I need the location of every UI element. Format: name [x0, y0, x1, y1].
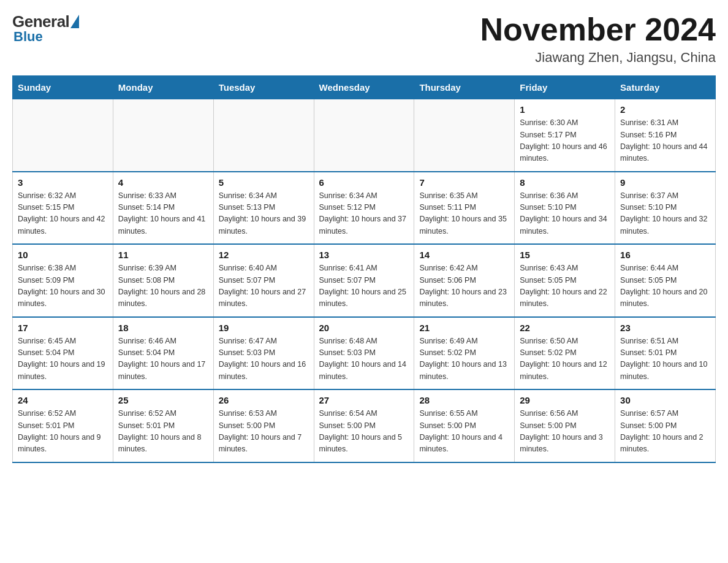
calendar-cell: 6Sunrise: 6:34 AM Sunset: 5:12 PM Daylig… [314, 172, 414, 245]
day-info: Sunrise: 6:54 AM Sunset: 5:00 PM Dayligh… [319, 408, 409, 456]
day-info: Sunrise: 6:50 AM Sunset: 5:02 PM Dayligh… [520, 335, 610, 383]
day-info: Sunrise: 6:33 AM Sunset: 5:14 PM Dayligh… [118, 190, 208, 238]
page-header: General Blue November 2024 Jiawang Zhen,… [12, 12, 716, 66]
day-info: Sunrise: 6:31 AM Sunset: 5:16 PM Dayligh… [620, 117, 710, 165]
day-number: 17 [18, 323, 108, 333]
day-info: Sunrise: 6:44 AM Sunset: 5:05 PM Dayligh… [620, 262, 710, 310]
day-info: Sunrise: 6:39 AM Sunset: 5:08 PM Dayligh… [118, 262, 208, 310]
day-info: Sunrise: 6:42 AM Sunset: 5:06 PM Dayligh… [419, 262, 509, 310]
day-info: Sunrise: 6:56 AM Sunset: 5:00 PM Dayligh… [520, 408, 610, 456]
day-info: Sunrise: 6:51 AM Sunset: 5:01 PM Dayligh… [620, 335, 710, 383]
calendar-cell: 12Sunrise: 6:40 AM Sunset: 5:07 PM Dayli… [213, 244, 314, 317]
calendar-cell: 4Sunrise: 6:33 AM Sunset: 5:14 PM Daylig… [113, 172, 213, 245]
day-info: Sunrise: 6:47 AM Sunset: 5:03 PM Dayligh… [219, 335, 309, 383]
title-area: November 2024 Jiawang Zhen, Jiangsu, Chi… [480, 12, 716, 66]
day-number: 14 [419, 250, 509, 260]
calendar-cell: 20Sunrise: 6:48 AM Sunset: 5:03 PM Dayli… [314, 317, 414, 390]
logo-blue-text: Blue [13, 29, 43, 45]
day-number: 26 [219, 395, 309, 405]
day-number: 25 [118, 395, 208, 405]
calendar-cell: 3Sunrise: 6:32 AM Sunset: 5:15 PM Daylig… [13, 172, 113, 245]
calendar-cell: 9Sunrise: 6:37 AM Sunset: 5:10 PM Daylig… [615, 172, 716, 245]
day-number: 11 [118, 250, 208, 260]
day-number: 21 [419, 323, 509, 333]
day-number: 2 [620, 104, 710, 115]
calendar-cell: 18Sunrise: 6:46 AM Sunset: 5:04 PM Dayli… [113, 317, 213, 390]
calendar-cell: 11Sunrise: 6:39 AM Sunset: 5:08 PM Dayli… [113, 244, 213, 317]
day-info: Sunrise: 6:45 AM Sunset: 5:04 PM Dayligh… [18, 335, 108, 383]
calendar-cell [13, 99, 113, 172]
calendar-cell: 2Sunrise: 6:31 AM Sunset: 5:16 PM Daylig… [615, 99, 716, 172]
day-info: Sunrise: 6:46 AM Sunset: 5:04 PM Dayligh… [118, 335, 208, 383]
day-number: 28 [419, 395, 509, 405]
calendar-cell [213, 99, 314, 172]
day-info: Sunrise: 6:37 AM Sunset: 5:10 PM Dayligh… [620, 190, 710, 238]
day-number: 24 [18, 395, 108, 405]
day-info: Sunrise: 6:35 AM Sunset: 5:11 PM Dayligh… [419, 190, 509, 238]
day-number: 6 [319, 177, 409, 188]
logo-triangle-icon [70, 15, 79, 28]
calendar-cell: 27Sunrise: 6:54 AM Sunset: 5:00 PM Dayli… [314, 389, 414, 462]
day-number: 3 [18, 177, 108, 188]
calendar-table: SundayMondayTuesdayWednesdayThursdayFrid… [12, 75, 716, 463]
calendar-cell: 8Sunrise: 6:36 AM Sunset: 5:10 PM Daylig… [515, 172, 615, 245]
weekday-header-tuesday: Tuesday [213, 76, 314, 99]
weekday-header-saturday: Saturday [615, 76, 716, 99]
calendar-title: November 2024 [480, 12, 716, 47]
day-number: 18 [118, 323, 208, 333]
day-number: 12 [219, 250, 309, 260]
day-number: 8 [520, 177, 610, 188]
day-number: 10 [18, 250, 108, 260]
logo: General Blue [12, 12, 79, 45]
day-number: 15 [520, 250, 610, 260]
weekday-header-wednesday: Wednesday [314, 76, 414, 99]
calendar-cell: 25Sunrise: 6:52 AM Sunset: 5:01 PM Dayli… [113, 389, 213, 462]
calendar-cell: 22Sunrise: 6:50 AM Sunset: 5:02 PM Dayli… [515, 317, 615, 390]
day-number: 19 [219, 323, 309, 333]
day-number: 30 [620, 395, 710, 405]
weekday-header-monday: Monday [113, 76, 213, 99]
day-info: Sunrise: 6:36 AM Sunset: 5:10 PM Dayligh… [520, 190, 610, 238]
day-number: 29 [520, 395, 610, 405]
calendar-cell: 7Sunrise: 6:35 AM Sunset: 5:11 PM Daylig… [414, 172, 515, 245]
day-info: Sunrise: 6:32 AM Sunset: 5:15 PM Dayligh… [18, 190, 108, 238]
day-number: 22 [520, 323, 610, 333]
calendar-cell: 26Sunrise: 6:53 AM Sunset: 5:00 PM Dayli… [213, 389, 314, 462]
day-number: 13 [319, 250, 409, 260]
calendar-cell: 10Sunrise: 6:38 AM Sunset: 5:09 PM Dayli… [13, 244, 113, 317]
calendar-cell: 16Sunrise: 6:44 AM Sunset: 5:05 PM Dayli… [615, 244, 716, 317]
day-info: Sunrise: 6:49 AM Sunset: 5:02 PM Dayligh… [419, 335, 509, 383]
day-info: Sunrise: 6:30 AM Sunset: 5:17 PM Dayligh… [520, 117, 610, 165]
calendar-cell [414, 99, 515, 172]
calendar-cell: 14Sunrise: 6:42 AM Sunset: 5:06 PM Dayli… [414, 244, 515, 317]
day-number: 23 [620, 323, 710, 333]
day-info: Sunrise: 6:41 AM Sunset: 5:07 PM Dayligh… [319, 262, 409, 310]
day-number: 4 [118, 177, 208, 188]
calendar-cell: 24Sunrise: 6:52 AM Sunset: 5:01 PM Dayli… [13, 389, 113, 462]
day-number: 5 [219, 177, 309, 188]
calendar-cell: 30Sunrise: 6:57 AM Sunset: 5:00 PM Dayli… [615, 389, 716, 462]
calendar-cell: 13Sunrise: 6:41 AM Sunset: 5:07 PM Dayli… [314, 244, 414, 317]
calendar-cell: 29Sunrise: 6:56 AM Sunset: 5:00 PM Dayli… [515, 389, 615, 462]
calendar-cell: 15Sunrise: 6:43 AM Sunset: 5:05 PM Dayli… [515, 244, 615, 317]
day-number: 1 [520, 104, 610, 115]
day-info: Sunrise: 6:34 AM Sunset: 5:13 PM Dayligh… [219, 190, 309, 238]
day-number: 27 [319, 395, 409, 405]
calendar-cell: 23Sunrise: 6:51 AM Sunset: 5:01 PM Dayli… [615, 317, 716, 390]
day-info: Sunrise: 6:52 AM Sunset: 5:01 PM Dayligh… [118, 408, 208, 456]
day-info: Sunrise: 6:43 AM Sunset: 5:05 PM Dayligh… [520, 262, 610, 310]
weekday-header-friday: Friday [515, 76, 615, 99]
calendar-cell [314, 99, 414, 172]
weekday-header-sunday: Sunday [13, 76, 113, 99]
day-info: Sunrise: 6:40 AM Sunset: 5:07 PM Dayligh… [219, 262, 309, 310]
calendar-cell: 1Sunrise: 6:30 AM Sunset: 5:17 PM Daylig… [515, 99, 615, 172]
calendar-cell: 21Sunrise: 6:49 AM Sunset: 5:02 PM Dayli… [414, 317, 515, 390]
day-number: 16 [620, 250, 710, 260]
day-info: Sunrise: 6:57 AM Sunset: 5:00 PM Dayligh… [620, 408, 710, 456]
day-info: Sunrise: 6:34 AM Sunset: 5:12 PM Dayligh… [319, 190, 409, 238]
calendar-subtitle: Jiawang Zhen, Jiangsu, China [480, 50, 716, 66]
calendar-cell: 28Sunrise: 6:55 AM Sunset: 5:00 PM Dayli… [414, 389, 515, 462]
day-info: Sunrise: 6:55 AM Sunset: 5:00 PM Dayligh… [419, 408, 509, 456]
day-info: Sunrise: 6:48 AM Sunset: 5:03 PM Dayligh… [319, 335, 409, 383]
day-number: 20 [319, 323, 409, 333]
